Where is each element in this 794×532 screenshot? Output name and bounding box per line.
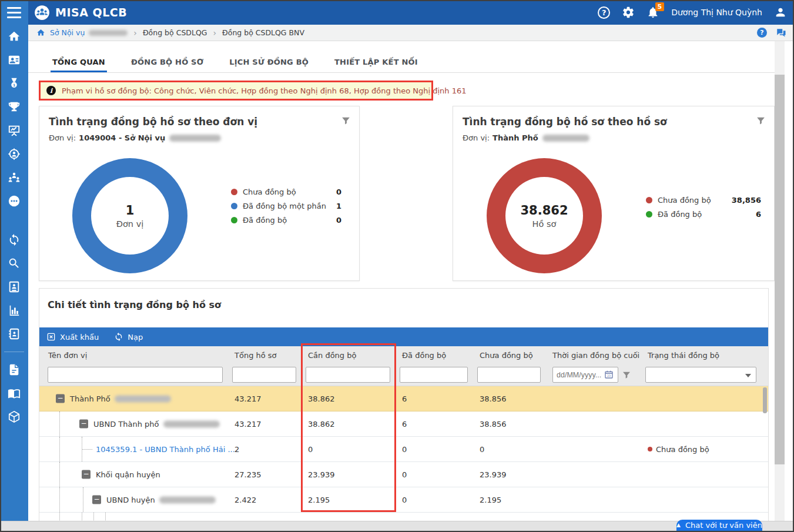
filter-icon[interactable] xyxy=(622,370,631,380)
column-header-2[interactable]: Cần đồng bộ xyxy=(303,351,397,360)
refresh-icon xyxy=(114,332,123,342)
table-scrollbar-thumb[interactable] xyxy=(763,387,767,413)
legend-label: Chưa đồng bộ xyxy=(243,188,328,196)
collapse-expander-icon[interactable]: − xyxy=(56,394,65,403)
window-bottom-strip xyxy=(0,521,794,531)
card-sync-status-by-record: Tình trạng đồng bộ hồ sơ theo hồ sơ Đơn … xyxy=(453,106,775,281)
sidebar-item-document-icon[interactable] xyxy=(0,358,28,382)
column-header-1[interactable]: Tổng hồ sơ xyxy=(230,351,303,360)
sidebar-item-sync-icon[interactable] xyxy=(0,228,28,252)
sidebar-item-cube-icon[interactable] xyxy=(0,405,28,429)
breadcrumb: Sở Nội vụ›Đồng bộ CSDLQG›Đồng bộ CSDLQG … xyxy=(50,28,757,37)
redacted-text xyxy=(159,496,216,503)
need-cell: 23.939 xyxy=(303,470,397,479)
table-row xyxy=(39,513,768,521)
help-icon[interactable]: ? xyxy=(598,6,610,19)
page-help-icon[interactable]: ? xyxy=(757,28,767,38)
hamburger-menu-icon[interactable] xyxy=(0,0,28,25)
unit-name: Khối quận huyện xyxy=(96,470,160,479)
export-button[interactable]: Xuất khẩu xyxy=(46,332,99,342)
redacted-text xyxy=(89,30,128,36)
home-icon[interactable] xyxy=(36,28,45,37)
sidebar-nav: 1 xyxy=(0,25,28,521)
table-row[interactable]: −UBND huyện2.4222.19502.195 xyxy=(39,487,768,513)
tree-guide-line xyxy=(59,513,60,521)
unit-link[interactable]: 1045359.1 - UBND Thành phố Hải ... xyxy=(96,445,235,454)
filter-status-dropdown[interactable] xyxy=(645,367,756,383)
sidebar-item-profile-document-icon[interactable] xyxy=(0,275,28,299)
legend-item: Chưa đồng bộ38,856 xyxy=(646,196,761,205)
filter-input-name[interactable] xyxy=(48,367,223,383)
unit-name-cell: 1045359.1 - UBND Thành phố Hải ... xyxy=(48,437,230,461)
sidebar-item-search-icon[interactable] xyxy=(0,252,28,275)
calendar-icon[interactable]: 23 xyxy=(604,370,614,379)
column-header-0[interactable]: Tên đơn vị xyxy=(48,351,230,360)
table-row[interactable]: −Khối quận huyện27.23523.939023.939 xyxy=(39,462,768,487)
legend-value: 38,856 xyxy=(732,196,761,205)
page-scrollbar-thumb[interactable] xyxy=(775,75,785,464)
filter-input-not-synced[interactable] xyxy=(477,367,541,383)
sidebar-item-more-options-icon[interactable] xyxy=(0,189,28,213)
sidebar-item-organization-icon[interactable] xyxy=(0,166,28,189)
collapse-expander-icon[interactable]: − xyxy=(82,470,91,479)
collapse-expander-icon[interactable]: − xyxy=(92,496,101,504)
filter-input-need-sync[interactable] xyxy=(306,367,390,383)
sidebar-item-medal-icon[interactable]: 1 xyxy=(0,72,28,95)
breadcrumb-item[interactable]: Đồng bộ CSDLQG BNV xyxy=(222,28,304,37)
column-header-4[interactable]: Chưa đồng bộ xyxy=(475,351,548,360)
legend-dot-icon xyxy=(231,189,237,195)
chat-support-button[interactable]: ▲ Chat với tư vấn viên xyxy=(676,520,762,531)
donut-chart-units: 1 Đơn vị xyxy=(72,158,187,273)
user-name[interactable]: Dương Thị Như Quỳnh xyxy=(671,8,762,17)
sidebar-item-home-icon[interactable] xyxy=(0,25,28,48)
legend-value: 0 xyxy=(336,216,341,225)
sidebar-item-id-badge-icon[interactable] xyxy=(0,48,28,72)
donut-chart-records: 38.862 Hồ sơ xyxy=(487,158,602,273)
sidebar-item-target-user-icon[interactable] xyxy=(0,142,28,166)
user-avatar-icon[interactable] xyxy=(774,6,787,19)
card-subtitle: Đơn vị:1049004 - Sở Nội vụ xyxy=(49,133,221,142)
tree-guide-line xyxy=(105,513,106,521)
app-title: MISA QLCB xyxy=(55,6,127,19)
legend-dot-icon xyxy=(231,203,237,209)
legend-value: 1 xyxy=(336,202,341,210)
tab-3[interactable]: THIẾT LẬP KẾT NỐI xyxy=(333,58,420,72)
breadcrumb-item[interactable]: Đồng bộ CSDLQG xyxy=(143,28,207,37)
tree-guide-line xyxy=(59,411,60,436)
tree-guide-line xyxy=(59,487,60,512)
filter-input-total[interactable] xyxy=(232,367,296,383)
tab-2[interactable]: LỊCH SỬ ĐỒNG BỘ xyxy=(227,58,310,72)
collapse-expander-icon[interactable]: − xyxy=(79,420,88,429)
column-header-3[interactable]: Đã đồng bộ xyxy=(397,351,475,360)
table-title: Chi tiết tình trạng đồng bộ hồ sơ xyxy=(48,299,221,310)
column-header-6[interactable]: Trạng thái đồng bộ xyxy=(643,351,763,360)
notification-bell-icon[interactable]: 5 xyxy=(646,6,659,19)
sidebar-item-trophy-icon[interactable] xyxy=(0,95,28,119)
notification-badge: 5 xyxy=(655,2,665,11)
tab-0[interactable]: TỔNG QUAN xyxy=(51,58,107,72)
table-row[interactable]: −UBND Thành phố43.21738.862638.856 xyxy=(39,411,768,437)
filter-input-synced[interactable] xyxy=(400,367,468,383)
sidebar-item-presentation-chart-icon[interactable] xyxy=(0,119,28,142)
misa-logo-icon xyxy=(34,5,50,21)
sidebar-item-open-book-icon[interactable] xyxy=(0,382,28,405)
gear-icon[interactable] xyxy=(622,6,635,19)
breadcrumb-item[interactable]: Sở Nội vụ xyxy=(50,28,128,37)
table-row[interactable]: −Thành Phố43.21738.862638.856 xyxy=(39,386,768,411)
sidebar-item-bar-chart-icon[interactable] xyxy=(0,299,28,322)
app-logo[interactable]: MISA QLCB xyxy=(34,0,127,25)
sidebar-item-address-book-icon[interactable] xyxy=(0,322,28,346)
reload-button[interactable]: Nạp xyxy=(114,332,143,342)
unit-name-cell: −UBND Thành phố xyxy=(48,411,230,436)
need-cell: 2.195 xyxy=(303,496,397,504)
legend-label: Đã đồng bộ xyxy=(658,210,748,219)
breadcrumb-bar: Sở Nội vụ›Đồng bộ CSDLQG›Đồng bộ CSDLQG … xyxy=(28,25,794,41)
table-row[interactable]: 1045359.1 - UBND Thành phố Hải ...2000Ch… xyxy=(39,437,768,462)
tab-1[interactable]: ĐỒNG BỘ HỒ SƠ xyxy=(129,58,205,72)
sync-scope-banner: i Phạm vi hồ sơ đồng bộ: Công chức, Viên… xyxy=(39,81,433,101)
filter-icon[interactable] xyxy=(341,116,351,126)
filter-icon[interactable] xyxy=(756,116,766,126)
column-header-5[interactable]: Thời gian đồng bộ cuối xyxy=(548,351,643,360)
synced-cell: 0 xyxy=(397,496,475,504)
chat-bubbles-icon[interactable] xyxy=(775,28,787,38)
